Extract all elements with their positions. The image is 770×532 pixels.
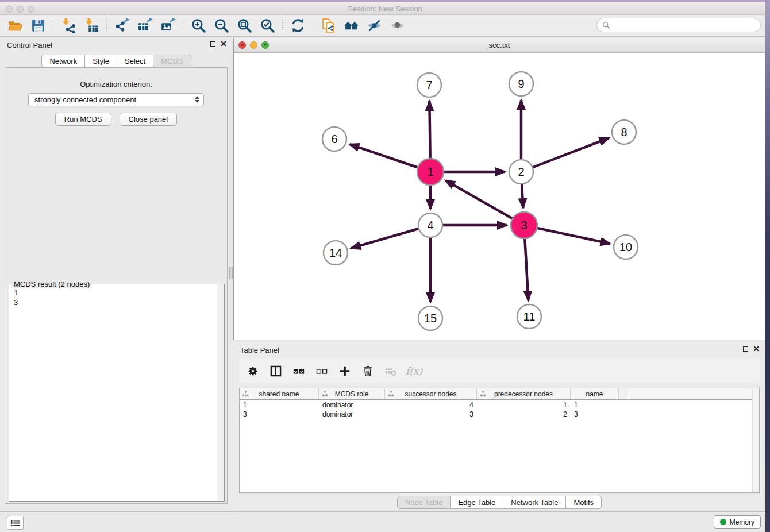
tab-style[interactable]: Style bbox=[85, 55, 117, 68]
search-input[interactable] bbox=[613, 21, 760, 30]
toolbar-separator bbox=[313, 18, 313, 34]
cell-name[interactable]: 3 bbox=[571, 410, 619, 419]
search-box[interactable] bbox=[596, 18, 761, 32]
save-session-icon[interactable] bbox=[26, 17, 49, 35]
export-table-icon[interactable] bbox=[133, 17, 156, 35]
graph-node-9[interactable]: 9 bbox=[509, 72, 533, 96]
tab-edge-table[interactable]: Edge Table bbox=[451, 496, 503, 509]
tab-mcds[interactable]: MCDS bbox=[153, 55, 191, 68]
control-panel-title: Control Panel bbox=[7, 41, 52, 49]
first-neighbors-icon[interactable] bbox=[340, 17, 363, 35]
cell-shared-name[interactable]: 3 bbox=[240, 410, 319, 419]
select-chevrons-icon bbox=[195, 96, 199, 103]
zoom-fit-icon[interactable] bbox=[233, 17, 256, 35]
tab-network[interactable]: Network bbox=[41, 55, 85, 68]
close-panel-button[interactable]: Close panel bbox=[120, 113, 178, 126]
graph-node-1[interactable]: 1 bbox=[417, 159, 444, 185]
cell-predecessor-nodes[interactable]: 1 bbox=[477, 400, 571, 410]
zoom-out-icon[interactable] bbox=[210, 17, 233, 35]
main-toolbar bbox=[0, 15, 770, 37]
graph-node-10[interactable]: 10 bbox=[614, 235, 638, 259]
table-scrollbar[interactable] bbox=[752, 388, 759, 492]
zoom-selected-icon[interactable] bbox=[256, 17, 279, 35]
criterion-value: strongly connected component bbox=[34, 95, 136, 104]
clone-network-icon[interactable] bbox=[317, 17, 340, 35]
graph-node-7[interactable]: 7 bbox=[417, 73, 441, 97]
status-bar: Memory bbox=[0, 511, 770, 532]
tab-select[interactable]: Select bbox=[117, 55, 153, 68]
mcds-result-box: MCDS result (2 nodes) 1 3 bbox=[9, 284, 225, 502]
tab-motifs[interactable]: Motifs bbox=[566, 496, 602, 509]
zoom-in-icon[interactable] bbox=[187, 17, 210, 35]
float-panel-icon[interactable] bbox=[210, 41, 215, 47]
column-label: shared name bbox=[259, 390, 299, 398]
select-all-columns-icon[interactable] bbox=[291, 363, 307, 379]
memory-button[interactable]: Memory bbox=[714, 515, 761, 529]
title-bar: Session: New Session bbox=[0, 0, 770, 15]
mcds-result-legend: MCDS result (2 nodes) bbox=[11, 280, 92, 288]
tab-node-table[interactable]: Node Table bbox=[397, 496, 451, 509]
export-network-icon[interactable] bbox=[110, 17, 133, 35]
graph-node-3[interactable]: 3 bbox=[511, 212, 537, 238]
close-table-panel-icon[interactable]: ✕ bbox=[753, 346, 760, 352]
run-mcds-button[interactable]: Run MCDS bbox=[55, 113, 111, 126]
table-row[interactable]: 3dominator323 bbox=[240, 410, 759, 419]
hierarchy-icon bbox=[388, 391, 394, 399]
node-label: 3 bbox=[521, 219, 527, 232]
show-columns-icon[interactable] bbox=[268, 363, 284, 379]
apply-function-icon: f(x) bbox=[406, 363, 422, 379]
cell-successor-nodes[interactable]: 4 bbox=[385, 400, 477, 410]
table-toolbar: f(x) bbox=[239, 359, 760, 383]
cell-shared-name[interactable]: 1 bbox=[240, 400, 319, 410]
unselect-all-columns-icon[interactable] bbox=[314, 363, 330, 379]
cell-successor-nodes[interactable]: 3 bbox=[385, 410, 477, 419]
show-all-icon[interactable] bbox=[386, 17, 409, 35]
column-header-predecessor-nodes[interactable]: predecessor nodes bbox=[477, 388, 571, 399]
table-options-icon[interactable] bbox=[245, 363, 261, 379]
graph-node-6[interactable]: 6 bbox=[322, 127, 346, 151]
splitter-grip[interactable] bbox=[229, 267, 233, 279]
delete-columns-icon[interactable] bbox=[360, 363, 376, 379]
cell-name[interactable]: 1 bbox=[571, 400, 619, 410]
graph-node-11[interactable]: 11 bbox=[517, 304, 541, 329]
open-file-icon[interactable] bbox=[3, 17, 26, 35]
control-panel: Control Panel ✕ NetworkStyleSelectMCDS O… bbox=[0, 37, 233, 511]
toolbar-separator bbox=[106, 18, 107, 34]
graph-node-14[interactable]: 14 bbox=[324, 241, 348, 265]
graph-node-15[interactable]: 15 bbox=[418, 306, 442, 330]
graph-canvas[interactable]: 7968124314101511 bbox=[234, 53, 765, 340]
import-network-icon[interactable] bbox=[57, 17, 80, 35]
mcds-panel: Optimization criterion: strongly connect… bbox=[5, 67, 228, 504]
result-scrollbar[interactable] bbox=[217, 284, 224, 501]
node-table: shared nameMCDS rolesuccessor nodesprede… bbox=[239, 388, 760, 493]
close-panel-icon[interactable]: ✕ bbox=[220, 41, 227, 47]
cell-MCDS-role[interactable]: dominator bbox=[319, 400, 385, 410]
node-label: 4 bbox=[427, 219, 433, 232]
column-header-name[interactable]: name bbox=[571, 388, 619, 399]
refresh-view-icon[interactable] bbox=[286, 17, 309, 35]
float-table-panel-icon[interactable] bbox=[743, 346, 748, 352]
graph-node-8[interactable]: 8 bbox=[612, 120, 636, 144]
table-row[interactable]: 1dominator411 bbox=[240, 400, 759, 410]
task-history-button[interactable] bbox=[7, 516, 24, 530]
export-image-icon[interactable] bbox=[156, 17, 179, 35]
window-title: Session: New Session bbox=[0, 5, 770, 13]
graph-node-2[interactable]: 2 bbox=[509, 160, 533, 184]
hide-selected-icon[interactable] bbox=[363, 17, 386, 35]
criterion-select[interactable]: strongly connected component bbox=[28, 93, 204, 106]
network-window-titlebar[interactable]: × – + scc.txt bbox=[234, 38, 765, 53]
column-header-successor-nodes[interactable]: successor nodes bbox=[385, 388, 477, 399]
column-header-MCDS-role[interactable]: MCDS role bbox=[319, 388, 385, 399]
panel-splitter[interactable] bbox=[229, 37, 233, 511]
column-header-shared-name[interactable]: shared name bbox=[240, 388, 319, 399]
cell-MCDS-role[interactable]: dominator bbox=[319, 410, 385, 419]
tab-network-table[interactable]: Network Table bbox=[503, 496, 566, 509]
cell-predecessor-nodes[interactable]: 2 bbox=[477, 410, 571, 419]
table-panel: Table Panel ✕ f(x) shared nameMCDS roles… bbox=[233, 342, 765, 510]
import-table-icon[interactable] bbox=[80, 17, 103, 35]
memory-label: Memory bbox=[730, 518, 754, 526]
edge-2-to-8[interactable] bbox=[521, 138, 609, 172]
search-icon bbox=[602, 21, 610, 29]
graph-node-4[interactable]: 4 bbox=[418, 213, 442, 237]
create-column-icon[interactable] bbox=[337, 363, 353, 379]
